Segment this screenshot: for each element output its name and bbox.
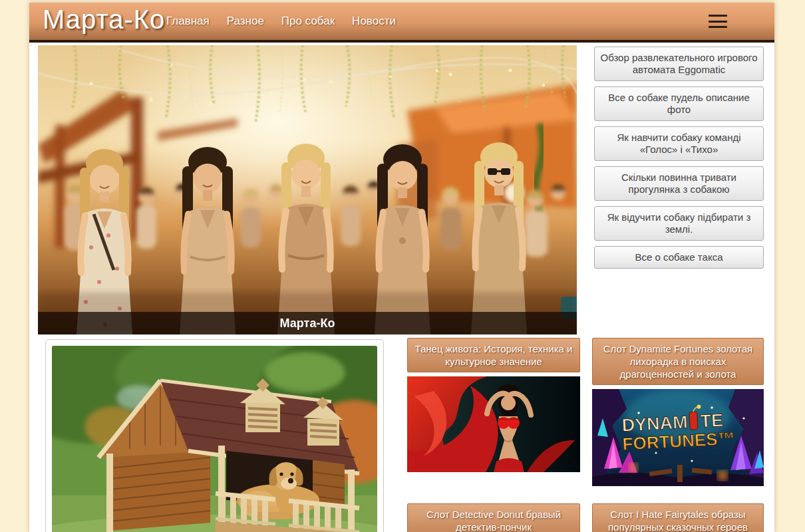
site-header: Марта-Ко Главная Разное Про собак Новост…	[29, 3, 774, 43]
site-container: Марта-Ко Главная Разное Про собак Новост…	[29, 3, 774, 532]
hamburger-menu-icon[interactable]	[709, 15, 727, 28]
doghouse-photo	[52, 346, 377, 532]
hero-article-link[interactable]: Марта-Ко	[38, 45, 577, 334]
card-fairytales-title[interactable]: Слот I Hate Fairytales образы популярных…	[592, 503, 764, 532]
card-dynamite-fortunes: Слот Dynamite Fortunes золотая лихорадка…	[592, 338, 764, 486]
svg-text:TE: TE	[700, 410, 724, 432]
sidebar-link-dachshund[interactable]: Все о собаке такса	[594, 246, 764, 269]
sidebar: Обзор развлекательного игрового автомата…	[594, 47, 764, 274]
card-detective-donut-title[interactable]: Слот Detective Donut бравый детектив-пон…	[407, 503, 580, 532]
nav-item-home[interactable]: Главная	[166, 15, 210, 28]
card-detective-donut: Слот Detective Donut бравый детектив-пон…	[407, 503, 580, 532]
doghouse-image-card[interactable]	[45, 339, 384, 532]
sidebar-link-pickup-habit[interactable]: Як відучити собаку підбирати з землі.	[594, 206, 764, 241]
main-nav: Главная Разное Про собак Новости	[166, 3, 396, 40]
hero-caption: Марта-Ко	[38, 312, 577, 334]
page-background: Марта-Ко Главная Разное Про собак Новост…	[0, 0, 805, 532]
card-belly-dance: Танец живота: История, техника и культур…	[407, 338, 580, 472]
card-dynamite-fortunes-title[interactable]: Слот Dynamite Fortunes золотая лихорадка…	[592, 338, 764, 385]
sidebar-link-eggomatic[interactable]: Обзор развлекательного игрового автомата…	[594, 47, 764, 81]
sidebar-link-walk-duration[interactable]: Скільки повинна тривати прогулянка з соб…	[594, 166, 764, 201]
hero-photo	[38, 45, 577, 334]
card-fairytales: Слот I Hate Fairytales образы популярных…	[592, 503, 764, 532]
card-belly-dance-title[interactable]: Танец живота: История, техника и культур…	[407, 338, 580, 372]
belly-dance-photo	[407, 376, 580, 472]
sidebar-link-voice-command[interactable]: Як навчити собаку команді «Голос» і «Тих…	[594, 126, 764, 161]
sidebar-link-poodle[interactable]: Все о собаке пудель описание фото	[594, 86, 764, 121]
nav-item-news[interactable]: Новости	[352, 15, 396, 28]
card-dynamite-fortunes-image[interactable]: DYNAM TE FORTUNES™	[592, 389, 764, 486]
card-belly-dance-image[interactable]	[407, 376, 580, 472]
nav-item-dogs[interactable]: Про собак	[281, 15, 335, 28]
dynamite-fortunes-photo: DYNAM TE FORTUNES™	[592, 389, 764, 486]
nav-item-misc[interactable]: Разное	[227, 15, 264, 28]
site-logo[interactable]: Марта-Ко	[43, 5, 165, 35]
